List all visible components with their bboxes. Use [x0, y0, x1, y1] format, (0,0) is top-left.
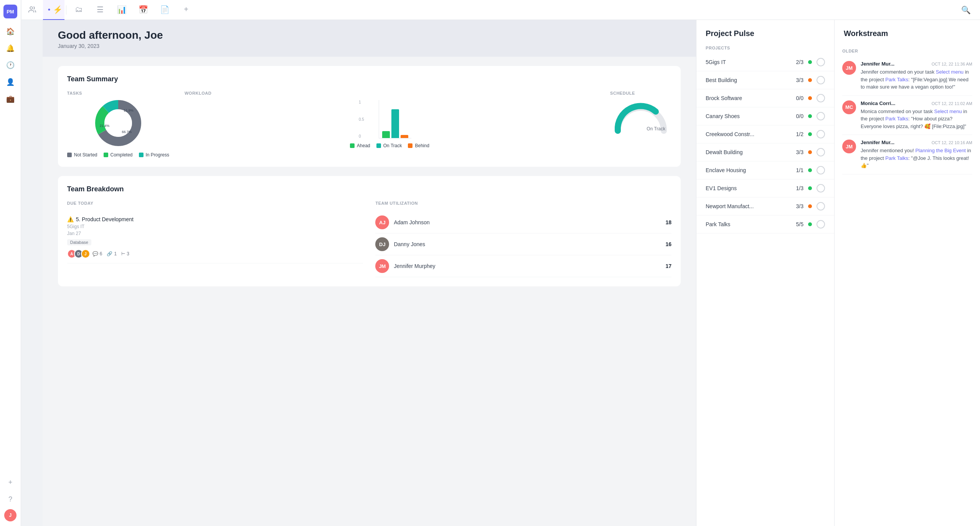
workload-label: WORKLOAD: [185, 91, 211, 95]
status-circle[interactable]: [817, 220, 825, 228]
status-circle[interactable]: [817, 94, 825, 102]
project-ratio: 5/5: [791, 221, 803, 227]
ws-name-1: Jennifer Mur...: [861, 61, 894, 67]
ws-link-project-3[interactable]: Park Talks: [885, 155, 908, 161]
legend-not-started-label: Not Started: [74, 152, 97, 158]
util-count-2: 16: [665, 241, 671, 247]
table-row[interactable]: 5Gigs IT 2/3: [696, 53, 834, 71]
user-avatar[interactable]: J: [4, 509, 16, 521]
link-icon: 🔗: [107, 251, 112, 256]
ws-link-select-menu-2[interactable]: Select menu: [934, 108, 962, 114]
workstream-content-3: Jennifer Mur... OCT 12, 22 10:16 AM Jenn…: [861, 140, 972, 169]
status-circle[interactable]: [817, 202, 825, 210]
workstream-content-2: Monica Corri... OCT 12, 22 11:02 AM Moni…: [861, 100, 972, 130]
status-dot: [808, 78, 812, 82]
table-row[interactable]: EV1 Designs 1/3: [696, 179, 834, 197]
table-row[interactable]: Canary Shoes 0/0: [696, 107, 834, 125]
project-ratio: 0/0: [791, 95, 803, 101]
task-avatars: A D J: [67, 249, 88, 258]
project-name: Canary Shoes: [706, 113, 787, 119]
util-avatar-2: DJ: [375, 237, 389, 251]
status-circle[interactable]: [817, 112, 825, 120]
status-circle[interactable]: [817, 184, 825, 192]
util-avatar-1: AJ: [375, 215, 389, 229]
topnav-list[interactable]: ☰: [89, 0, 111, 20]
bar-behind: [401, 135, 408, 138]
gauge-status-label: On Track: [647, 126, 665, 132]
project-ratio: 3/3: [791, 149, 803, 155]
legend-on-track-label: On Track: [383, 143, 402, 148]
status-dot: [808, 114, 812, 118]
bar-ahead: [382, 131, 390, 138]
svg-point-1: [48, 8, 50, 10]
table-row[interactable]: Creekwood Constr... 1/2: [696, 125, 834, 143]
project-list: 5Gigs IT 2/3 Best Building 3/3 Brock Sof…: [696, 53, 834, 526]
sidebar-bottom: + ? J: [3, 475, 17, 521]
status-circle[interactable]: [817, 58, 825, 66]
sidebar-item-home[interactable]: 🏠: [3, 25, 17, 38]
project-ratio: 2/3: [791, 59, 803, 65]
sidebar-item-people[interactable]: 👤: [3, 75, 17, 89]
workstream-avatar-1: JM: [842, 61, 856, 75]
pie-svg: [95, 100, 141, 146]
ws-link-project-2[interactable]: Park Talks: [885, 116, 908, 122]
status-circle[interactable]: [817, 130, 825, 138]
util-name-1: Adam Johnson: [394, 219, 661, 225]
status-circle[interactable]: [817, 166, 825, 174]
topnav-docs[interactable]: 📄: [154, 0, 175, 20]
task-date: Jan 27: [67, 231, 363, 236]
topnav-dashboard[interactable]: ⚡: [43, 0, 64, 20]
topnav-calendar[interactable]: 📅: [132, 0, 154, 20]
status-dot: [808, 96, 812, 100]
comment-icon: 💬: [92, 251, 98, 256]
status-dot: [808, 150, 812, 154]
workstream-content-1: Jennifer Mur... OCT 12, 22 11:36 AM Jenn…: [861, 61, 972, 91]
status-circle[interactable]: [817, 76, 825, 84]
alert-icon: ⚠️: [67, 216, 74, 222]
ws-link-event[interactable]: Planning the Big Event: [915, 148, 966, 153]
workstream-panel: Workstream OLDER JM Jennifer Mur... OCT …: [835, 20, 980, 526]
sidebar-add-button[interactable]: +: [3, 475, 17, 489]
project-ratio: 1/1: [791, 167, 803, 173]
table-row[interactable]: Brock Software 0/0: [696, 89, 834, 107]
svg-point-0: [30, 7, 33, 9]
sidebar-item-history[interactable]: 🕐: [3, 58, 17, 72]
table-row[interactable]: Dewalt Building 3/3: [696, 143, 834, 161]
legend-in-progress: In Progress: [139, 152, 169, 158]
sidebar-item-portfolio[interactable]: 💼: [3, 92, 17, 106]
status-dot: [808, 60, 812, 64]
legend-in-progress-dot: [139, 153, 144, 157]
project-ratio: 3/3: [791, 203, 803, 209]
table-row[interactable]: Park Talks 5/5: [696, 215, 834, 233]
schedule-chart-block: SCHEDULE On Track: [610, 91, 671, 135]
legend-behind: Behind: [408, 143, 429, 148]
sidebar-help-button[interactable]: ?: [3, 492, 17, 506]
table-row[interactable]: Enclave Housing 1/1: [696, 161, 834, 179]
list-item: JM Jennifer Mur... OCT 12, 22 11:36 AM J…: [842, 56, 972, 96]
schedule-label: SCHEDULE: [610, 91, 635, 95]
topnav-chart[interactable]: 📊: [111, 0, 132, 20]
topnav-briefcase[interactable]: 🗂: [68, 0, 89, 20]
sidebar-item-notifications[interactable]: 🔔: [3, 41, 17, 55]
legend-completed-label: Completed: [111, 152, 133, 158]
workload-chart-block: WORKLOAD 1 0.5 0: [185, 91, 595, 148]
ws-link-project-1[interactable]: Park Talks: [885, 77, 908, 82]
ws-text-1: Jennifer commented on your task Select m…: [861, 68, 972, 91]
status-circle[interactable]: [817, 148, 825, 156]
util-name-3: Jennifer Murphey: [394, 263, 661, 269]
status-dot: [808, 204, 812, 208]
search-icon[interactable]: 🔍: [961, 5, 971, 15]
task-avatar-3: J: [81, 249, 90, 258]
subtask-count: 3: [127, 251, 129, 256]
topnav-add-view[interactable]: +: [175, 0, 197, 20]
project-ratio: 1/3: [791, 185, 803, 191]
topnav-team[interactable]: [21, 0, 43, 20]
app-logo[interactable]: PM: [3, 5, 17, 18]
project-name: Best Building: [706, 77, 787, 83]
table-row[interactable]: Best Building 3/3: [696, 71, 834, 89]
legend-not-started-dot: [67, 153, 72, 157]
legend-ahead-label: Ahead: [357, 143, 370, 148]
table-row[interactable]: Newport Manufact... 3/3: [696, 197, 834, 215]
ws-link-select-menu-1[interactable]: Select menu: [936, 69, 964, 75]
legend-on-track: On Track: [376, 143, 402, 148]
